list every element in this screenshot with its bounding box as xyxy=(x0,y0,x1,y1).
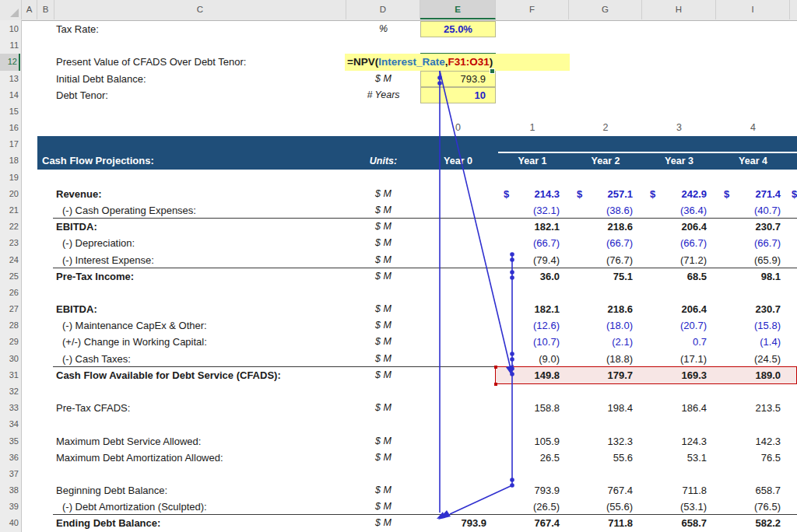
cell-unit[interactable]: $ M xyxy=(346,186,420,202)
formula-cell[interactable]: =NPV(Interest_Rate,F31:O31) xyxy=(345,54,570,71)
cell-value-H23[interactable]: (66.7) xyxy=(642,235,716,251)
cell-value-H38[interactable]: 711.8 xyxy=(642,482,716,499)
cell-value-F38[interactable]: 793.9 xyxy=(496,482,569,499)
cell-label[interactable]: Cash Flow Available for Debt Service (CF… xyxy=(54,367,346,383)
cell-value-I40[interactable]: 582.2 xyxy=(716,515,790,531)
cell-value-H28[interactable]: (20.7) xyxy=(642,317,716,334)
cell-unit[interactable]: $ M xyxy=(346,317,420,334)
cell-value-G33[interactable]: 198.4 xyxy=(569,400,642,416)
cell-label[interactable]: Tax Rate: xyxy=(54,21,346,37)
cell-value-G20[interactable]: $257.1 xyxy=(569,186,642,202)
cell-value-G40[interactable]: 711.8 xyxy=(569,515,642,531)
cell-value-I27[interactable]: 230.7 xyxy=(716,301,790,317)
cell-unit[interactable]: $ M xyxy=(346,499,420,515)
cell-value-I30[interactable]: (24.5) xyxy=(716,351,790,367)
cell-value-F39[interactable]: (26.5) xyxy=(496,499,569,515)
cell-value-H29[interactable]: 0.7 xyxy=(642,334,716,350)
cell-unit[interactable]: $ M xyxy=(346,482,420,499)
cell-value-H27[interactable]: 206.4 xyxy=(642,301,716,317)
column-header-H[interactable]: H xyxy=(642,0,716,19)
cell-value-F40[interactable]: 767.4 xyxy=(496,515,569,531)
year-header-4[interactable]: Year 4 xyxy=(716,152,790,170)
cell-label[interactable]: EBITDA: xyxy=(54,301,346,317)
year-number-cell[interactable]: 2 xyxy=(569,120,642,136)
cell-value-H25[interactable]: 68.5 xyxy=(642,268,716,285)
cell-value-G21[interactable]: (38.6) xyxy=(569,202,642,219)
cell-unit[interactable]: $ M xyxy=(346,367,420,383)
cell-unit[interactable]: $ M xyxy=(346,71,420,87)
year-number-cell[interactable]: 4 xyxy=(716,120,790,136)
cell-value-H35[interactable]: 124.3 xyxy=(642,433,716,450)
cell-label[interactable]: Maximum Debt Service Allowed: xyxy=(54,433,346,450)
cell-label[interactable]: Ending Debt Balance: xyxy=(54,515,346,531)
cell-unit[interactable]: $ M xyxy=(346,334,420,350)
year-header-2[interactable]: Year 2 xyxy=(569,152,642,170)
cell-value-I38[interactable]: 658.7 xyxy=(716,482,790,499)
cell-value-F25[interactable]: 36.0 xyxy=(496,268,569,285)
cell-value-F27[interactable]: 182.1 xyxy=(496,301,569,317)
row-header-37[interactable]: 37 xyxy=(0,466,19,482)
row-header-32[interactable]: 32 xyxy=(0,383,19,400)
cell-value-G22[interactable]: 218.6 xyxy=(569,219,642,235)
cell-value-G23[interactable]: (66.7) xyxy=(569,235,642,251)
cell-unit[interactable]: # Years xyxy=(346,87,420,103)
cell-value-F20[interactable]: $214.3 xyxy=(496,186,569,202)
cell-value-H21[interactable]: (36.4) xyxy=(642,202,716,219)
cell-label[interactable]: EBITDA: xyxy=(54,219,346,235)
cell-value-E14[interactable]: 10 xyxy=(420,87,496,103)
column-header-F[interactable]: F xyxy=(496,0,569,19)
cell-value-I29[interactable]: (1.4) xyxy=(716,334,790,350)
cell-value-G28[interactable]: (18.0) xyxy=(569,317,642,334)
section-header-cell[interactable]: Cash Flow Projections: xyxy=(42,152,154,170)
cell-value-G39[interactable]: (55.6) xyxy=(569,499,642,515)
cell-unit[interactable]: % xyxy=(346,21,420,37)
cell-value-I28[interactable]: (15.8) xyxy=(716,317,790,334)
cell-unit[interactable]: $ M xyxy=(346,351,420,367)
cell-label[interactable]: (+/-) Change in Working Capital: xyxy=(54,334,346,350)
cell-value-H39[interactable]: (53.1) xyxy=(642,499,716,515)
cell-value-I35[interactable]: 142.3 xyxy=(716,433,790,450)
cell-value-F22[interactable]: 182.1 xyxy=(496,219,569,235)
cell-label[interactable]: Pre-Tax Income: xyxy=(54,268,346,285)
cell-unit[interactable]: $ M xyxy=(346,515,420,531)
cell-value-F31[interactable]: 149.8 xyxy=(496,367,569,383)
cell-value-I25[interactable]: 98.1 xyxy=(716,268,790,285)
cell-value-F28[interactable]: (12.6) xyxy=(496,317,569,334)
cell-value-G31[interactable]: 179.7 xyxy=(569,367,642,383)
row-header-15[interactable]: 15 xyxy=(0,103,19,120)
cell-value-F30[interactable]: (9.0) xyxy=(496,351,569,367)
column-header-A[interactable]: A xyxy=(22,0,37,19)
cell-value-E40[interactable]: 793.9 xyxy=(420,515,496,531)
cell-unit[interactable]: $ M xyxy=(346,450,420,466)
column-header-C[interactable]: C xyxy=(54,0,346,19)
cell-value-G25[interactable]: 75.1 xyxy=(569,268,642,285)
column-header-G[interactable]: G xyxy=(569,0,642,19)
row-header-11[interactable]: 11 xyxy=(0,37,19,54)
cell-value-I22[interactable]: 230.7 xyxy=(716,219,790,235)
cell-value-G29[interactable]: (2.1) xyxy=(569,334,642,350)
cell-value-F24[interactable]: (79.4) xyxy=(496,252,569,268)
cell-value-G27[interactable]: 218.6 xyxy=(569,301,642,317)
cell-label[interactable]: Debt Tenor: xyxy=(54,87,346,103)
cell-value-I36[interactable]: 76.5 xyxy=(716,450,790,466)
cell-unit[interactable]: $ M xyxy=(346,400,420,416)
cell-unit[interactable]: $ M xyxy=(346,202,420,219)
fill-handle[interactable] xyxy=(490,68,495,74)
cell-value-F33[interactable]: 158.8 xyxy=(496,400,569,416)
cell-label[interactable]: Beginning Debt Balance: xyxy=(54,482,346,499)
year-number-cell[interactable]: 1 xyxy=(496,120,569,136)
cell-label[interactable]: Pre-Tax CFADS: xyxy=(54,400,346,416)
cell-value-H31[interactable]: 169.3 xyxy=(642,367,716,383)
cell-value-G36[interactable]: 55.6 xyxy=(569,450,642,466)
row-header-17[interactable]: 17 xyxy=(0,136,19,152)
cell-unit[interactable]: $ M xyxy=(346,235,420,251)
cell-label[interactable]: (-) Cash Operating Expenses: xyxy=(54,202,346,219)
row-header-26[interactable]: 26 xyxy=(0,285,19,301)
cell-unit[interactable]: $ M xyxy=(346,301,420,317)
cell-value-I20[interactable]: $271.4 xyxy=(716,186,790,202)
cell-value-I31[interactable]: 189.0 xyxy=(716,367,790,383)
cell-unit[interactable]: $ M xyxy=(346,268,420,285)
row-header-19[interactable]: 19 xyxy=(0,170,19,186)
cell-value-F29[interactable]: (10.7) xyxy=(496,334,569,350)
cell-value-F35[interactable]: 105.9 xyxy=(496,433,569,450)
